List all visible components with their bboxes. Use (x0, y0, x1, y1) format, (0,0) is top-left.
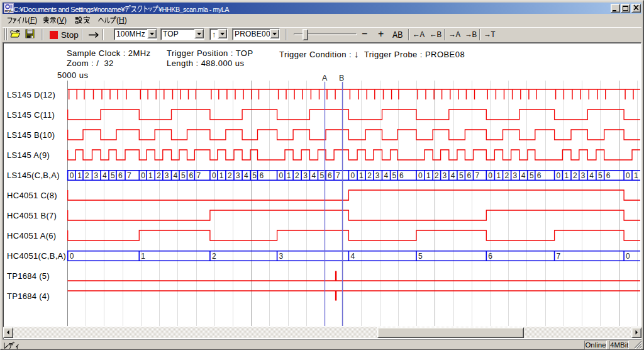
svg-text:3: 3 (303, 171, 308, 180)
svg-text:0: 0 (212, 171, 216, 180)
svg-text:7: 7 (196, 171, 201, 180)
svg-text:7: 7 (127, 171, 131, 180)
svg-text:5: 5 (252, 171, 257, 180)
svg-text:0: 0 (626, 252, 630, 261)
svg-text:6: 6 (328, 171, 332, 180)
svg-text:7: 7 (336, 171, 340, 180)
svg-text:2: 2 (85, 171, 89, 180)
svg-text:4: 4 (451, 171, 455, 180)
svg-text:5: 5 (320, 171, 325, 180)
svg-text:B: B (339, 74, 344, 82)
svg-text:5: 5 (181, 171, 186, 180)
svg-text:2: 2 (212, 252, 216, 261)
svg-text:4: 4 (174, 171, 178, 180)
svg-text:2: 2 (157, 171, 161, 180)
svg-text:3: 3 (236, 171, 240, 180)
svg-text:0: 0 (141, 171, 145, 180)
svg-text:0: 0 (70, 252, 74, 261)
svg-text:0: 0 (418, 171, 423, 180)
svg-text:3: 3 (581, 171, 586, 180)
svg-text:0: 0 (70, 171, 74, 180)
svg-text:4: 4 (384, 171, 389, 180)
svg-text:6: 6 (537, 171, 541, 180)
svg-text:1: 1 (426, 171, 431, 180)
svg-text:5: 5 (598, 171, 602, 180)
svg-text:5: 5 (530, 171, 534, 180)
svg-text:4: 4 (244, 171, 248, 180)
svg-text:6: 6 (399, 171, 404, 180)
svg-text:0: 0 (350, 171, 355, 180)
svg-text:3: 3 (94, 171, 99, 180)
svg-text:1: 1 (287, 171, 291, 180)
svg-text:3: 3 (443, 171, 447, 180)
svg-text:1: 1 (219, 171, 224, 180)
svg-text:6: 6 (260, 171, 264, 180)
svg-text:1: 1 (634, 171, 638, 180)
svg-text:6: 6 (118, 171, 123, 180)
svg-text:4: 4 (521, 171, 526, 180)
svg-text:6: 6 (189, 171, 194, 180)
svg-text:6: 6 (467, 171, 471, 180)
svg-text:2: 2 (228, 171, 232, 180)
svg-text:7: 7 (475, 171, 480, 180)
svg-text:2: 2 (573, 171, 577, 180)
svg-text:3: 3 (279, 252, 284, 261)
svg-text:2: 2 (295, 171, 299, 180)
svg-text:0: 0 (279, 171, 284, 180)
svg-text:5: 5 (418, 252, 423, 261)
svg-text:6: 6 (606, 171, 611, 180)
svg-text:5: 5 (392, 171, 397, 180)
svg-text:A: A (322, 74, 328, 82)
svg-text:7: 7 (557, 252, 561, 261)
svg-text:2: 2 (367, 171, 372, 180)
svg-text:2: 2 (505, 171, 509, 180)
svg-text:4: 4 (103, 171, 107, 180)
svg-text:4: 4 (589, 171, 594, 180)
svg-text:3: 3 (513, 171, 518, 180)
svg-text:3: 3 (165, 171, 169, 180)
svg-text:0: 0 (557, 171, 561, 180)
svg-text:1: 1 (496, 171, 501, 180)
svg-text:1: 1 (564, 171, 569, 180)
svg-text:2: 2 (435, 171, 439, 180)
svg-text:4: 4 (350, 252, 355, 261)
svg-text:4: 4 (311, 171, 316, 180)
svg-text:1: 1 (359, 171, 364, 180)
svg-text:0: 0 (488, 171, 492, 180)
svg-text:5: 5 (111, 171, 115, 180)
svg-text:1: 1 (77, 171, 82, 180)
svg-text:1: 1 (148, 171, 153, 180)
svg-text:3: 3 (375, 171, 380, 180)
svg-text:1: 1 (141, 252, 145, 261)
svg-text:0: 0 (626, 171, 630, 180)
svg-text:5: 5 (459, 171, 464, 180)
svg-text:6: 6 (488, 252, 492, 261)
